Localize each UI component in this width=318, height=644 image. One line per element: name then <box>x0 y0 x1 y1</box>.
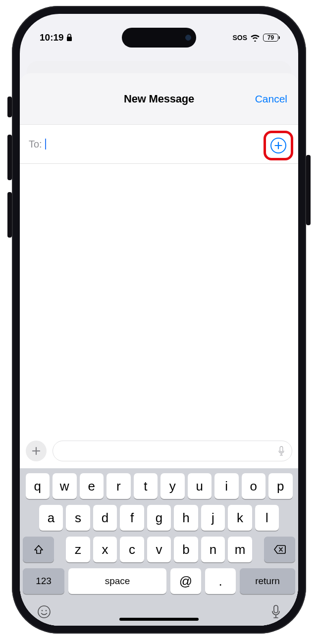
at-key[interactable]: @ <box>170 568 201 594</box>
dynamic-island <box>122 28 196 48</box>
key-l[interactable]: l <box>255 505 279 531</box>
dictation-mic-icon[interactable] <box>270 604 281 620</box>
shift-key[interactable] <box>23 537 54 562</box>
key-r[interactable]: r <box>106 473 131 499</box>
svg-point-4 <box>46 610 47 611</box>
key-t[interactable]: t <box>134 473 158 499</box>
keyboard-row-3: z x c v b n m <box>23 537 295 562</box>
key-j[interactable]: j <box>201 505 225 531</box>
key-x[interactable]: x <box>93 537 117 562</box>
backspace-key[interactable] <box>264 537 295 562</box>
key-n[interactable]: n <box>201 537 225 562</box>
to-input[interactable] <box>45 138 264 150</box>
key-m[interactable]: m <box>228 537 252 562</box>
keyboard-row-1: q w e r t y u i o p <box>23 473 295 499</box>
silent-switch <box>7 97 12 117</box>
key-s[interactable]: s <box>66 505 90 531</box>
key-q[interactable]: q <box>26 473 50 499</box>
new-message-sheet: New Message Cancel To: <box>20 73 298 626</box>
key-d[interactable]: d <box>93 505 117 531</box>
attachment-button[interactable] <box>26 441 47 461</box>
plus-circle-icon <box>274 141 283 150</box>
message-input-bar <box>20 436 298 468</box>
to-field-row[interactable]: To: <box>20 125 298 164</box>
svg-rect-1 <box>280 446 283 452</box>
emoji-icon[interactable] <box>37 604 52 619</box>
key-w[interactable]: w <box>53 473 77 499</box>
annotation-highlight <box>264 131 293 160</box>
return-key[interactable]: return <box>240 568 295 594</box>
key-c[interactable]: c <box>120 537 144 562</box>
battery-indicator: 79 <box>263 34 278 42</box>
add-contact-button[interactable] <box>270 138 286 153</box>
message-body-area[interactable] <box>20 164 298 436</box>
svg-point-2 <box>38 606 50 618</box>
wifi-icon <box>250 34 260 42</box>
shift-icon <box>33 544 44 555</box>
text-caret <box>45 139 46 149</box>
lock-icon <box>66 34 72 42</box>
key-g[interactable]: g <box>147 505 171 531</box>
key-e[interactable]: e <box>80 473 104 499</box>
key-k[interactable]: k <box>228 505 252 531</box>
message-text-field[interactable] <box>53 441 292 461</box>
to-label: To: <box>29 139 42 150</box>
svg-point-3 <box>42 610 43 611</box>
key-u[interactable]: u <box>188 473 212 499</box>
home-indicator[interactable] <box>119 618 199 621</box>
cancel-button[interactable]: Cancel <box>255 93 287 105</box>
keyboard-row-2: a s d f g h j k l <box>23 505 295 531</box>
dot-key[interactable]: . <box>205 568 236 594</box>
plus-icon <box>31 446 41 456</box>
key-y[interactable]: y <box>160 473 185 499</box>
phone-screen: 10:19 SOS 79 <box>20 14 298 626</box>
svg-rect-0 <box>67 37 72 41</box>
mic-icon-small <box>278 446 285 456</box>
status-time: 10:19 <box>40 32 64 43</box>
key-f[interactable]: f <box>120 505 144 531</box>
sheet-header: New Message Cancel <box>20 73 298 125</box>
battery-percentage: 79 <box>267 35 274 41</box>
volume-up-button <box>7 135 12 180</box>
key-z[interactable]: z <box>66 537 90 562</box>
space-key[interactable]: space <box>68 568 166 594</box>
key-o[interactable]: o <box>242 473 266 499</box>
key-p[interactable]: p <box>268 473 293 499</box>
volume-down-button <box>7 192 12 238</box>
phone-frame: 10:19 SOS 79 <box>12 6 306 634</box>
svg-rect-5 <box>274 605 278 613</box>
power-button <box>306 155 311 225</box>
keyboard: q w e r t y u i o p a s d f g h <box>20 468 298 626</box>
sos-indicator: SOS <box>232 34 247 42</box>
backspace-icon <box>273 545 286 554</box>
numbers-key[interactable]: 123 <box>23 568 64 594</box>
key-v[interactable]: v <box>147 537 171 562</box>
key-h[interactable]: h <box>174 505 198 531</box>
key-a[interactable]: a <box>39 505 63 531</box>
key-i[interactable]: i <box>214 473 239 499</box>
keyboard-row-4: 123 space @ . return <box>23 568 295 594</box>
camera-dot <box>185 35 191 41</box>
sheet-title: New Message <box>124 93 194 105</box>
key-b[interactable]: b <box>174 537 198 562</box>
